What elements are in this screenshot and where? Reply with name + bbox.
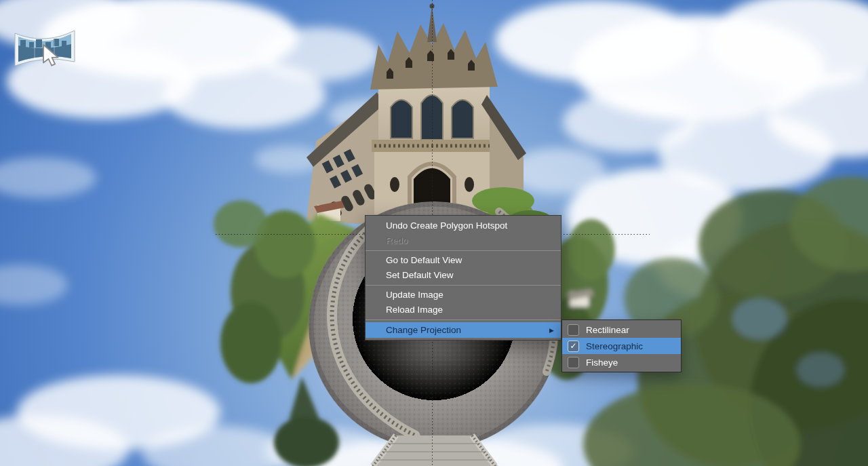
context-menu: Undo Create Polygon Hotspot Redo Go to D… [365,215,561,341]
menu-item-go-to-default-view[interactable]: Go to Default View [366,253,561,268]
menu-separator [366,285,561,286]
menu-separator [366,319,561,320]
submenu-item-stereographic[interactable]: ✓ Stereographic [562,338,681,354]
menu-item-change-projection[interactable]: Change Projection ▶ [366,322,561,338]
menu-item-label: Update Image [386,288,443,303]
checkbox-checked[interactable]: ✓ [568,341,579,352]
menu-item-set-default-view[interactable]: Set Default View [366,268,561,283]
menu-item-label: Undo Create Polygon Hotspot [386,218,507,233]
submenu-item-label: Rectilinear [586,325,629,335]
menu-item-undo[interactable]: Undo Create Polygon Hotspot [366,218,561,233]
menu-item-label: Go to Default View [386,253,462,268]
menu-item-label: Set Default View [386,268,454,283]
menu-item-label: Change Projection [386,322,461,338]
app-window: Undo Create Polygon Hotspot Redo Go to D… [0,0,868,466]
submenu-item-label: Fisheye [586,357,618,368]
checkbox-unchecked[interactable] [568,357,579,368]
menu-item-reload-image[interactable]: Reload Image [366,303,561,317]
submenu-arrow-icon: ▶ [549,323,554,338]
projection-submenu: Rectilinear ✓ Stereographic Fisheye [561,319,682,372]
checkbox-unchecked[interactable] [568,324,579,336]
menu-item-redo[interactable]: Redo [366,233,561,248]
submenu-item-rectilinear[interactable]: Rectilinear [562,322,681,338]
menu-separator [366,250,561,251]
submenu-item-label: Stereographic [586,341,643,351]
submenu-item-fisheye[interactable]: Fisheye [562,354,681,370]
menu-item-update-image[interactable]: Update Image [366,288,561,303]
menu-item-label: Redo [386,233,408,248]
menu-item-label: Reload Image [386,303,443,317]
panorama-app-icon[interactable] [12,24,77,77]
